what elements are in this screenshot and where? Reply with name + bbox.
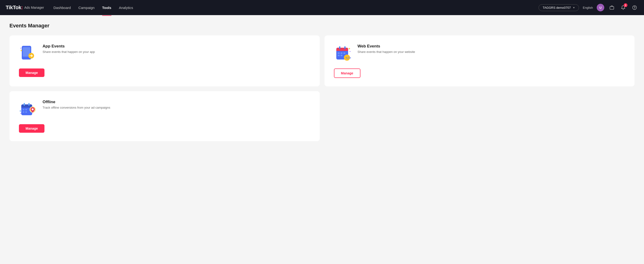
svg-point-5 bbox=[20, 50, 22, 51]
web-events-card: </> Web Events Share events that happen … bbox=[324, 35, 635, 86]
briefcase-icon[interactable] bbox=[608, 4, 616, 11]
svg-point-33 bbox=[20, 113, 21, 114]
web-events-text: Web Events Share events that happen on y… bbox=[358, 44, 415, 54]
empty-cell bbox=[324, 91, 635, 141]
brand-sub: Ads Manager bbox=[24, 6, 44, 9]
svg-rect-11 bbox=[336, 49, 348, 51]
help-icon[interactable] bbox=[631, 4, 638, 11]
offline-card: Offline Track offline conversions from y… bbox=[10, 91, 320, 141]
nav-tools[interactable]: Tools bbox=[102, 5, 112, 11]
offline-icon bbox=[19, 100, 38, 119]
svg-rect-22 bbox=[340, 55, 342, 56]
svg-rect-27 bbox=[28, 103, 30, 106]
page-title: Events Manager bbox=[10, 23, 634, 29]
svg-point-32 bbox=[20, 111, 21, 112]
offline-description: Track offline conversions from your ad c… bbox=[42, 106, 110, 109]
brand-colon: : bbox=[21, 4, 23, 10]
app-events-manage-button[interactable]: Manage bbox=[19, 68, 44, 77]
svg-rect-29 bbox=[25, 109, 27, 110]
app-events-description: Share events that happen on your app bbox=[42, 50, 95, 54]
svg-point-1 bbox=[633, 6, 637, 10]
web-events-manage-button[interactable]: Manage bbox=[334, 68, 360, 78]
app-events-card-inner: App Events Share events that happen on y… bbox=[19, 44, 310, 63]
svg-rect-31 bbox=[25, 112, 27, 113]
brand-name: TikTok: bbox=[6, 4, 23, 11]
web-events-title: Web Events bbox=[358, 44, 415, 49]
svg-rect-12 bbox=[339, 46, 340, 49]
nav-dashboard[interactable]: Dashboard bbox=[54, 5, 71, 11]
chevron-down-icon: ▼ bbox=[572, 6, 575, 9]
cards-grid: App Events Share events that happen on y… bbox=[10, 35, 634, 141]
svg-rect-30 bbox=[23, 112, 24, 113]
app-events-card: App Events Share events that happen on y… bbox=[10, 35, 320, 86]
notification-badge: 1 bbox=[624, 3, 628, 7]
brand-logo[interactable]: TikTok: Ads Manager bbox=[6, 4, 44, 11]
nav-analytics[interactable]: Analytics bbox=[119, 5, 133, 11]
offline-title: Offline bbox=[42, 100, 110, 104]
svg-rect-21 bbox=[338, 55, 340, 56]
svg-rect-18 bbox=[338, 52, 340, 54]
avatar[interactable]: U bbox=[597, 4, 604, 11]
svg-point-15 bbox=[350, 51, 350, 52]
language-selector[interactable]: English bbox=[583, 6, 593, 9]
offline-card-inner: Offline Track offline conversions from y… bbox=[19, 100, 310, 119]
svg-rect-26 bbox=[24, 103, 25, 106]
notifications-icon[interactable]: 1 bbox=[620, 4, 627, 11]
main-content: Events Manager bbox=[0, 15, 644, 149]
svg-point-6 bbox=[20, 48, 21, 49]
app-events-text: App Events Share events that happen on y… bbox=[42, 44, 95, 54]
svg-text:</>: </> bbox=[346, 56, 351, 59]
nav-right: TAGGRS demo0707 ▼ English U 1 bbox=[538, 4, 638, 11]
web-events-card-inner: </> Web Events Share events that happen … bbox=[334, 44, 625, 63]
account-selector[interactable]: TAGGRS demo0707 ▼ bbox=[538, 4, 579, 11]
navbar: TikTok: Ads Manager Dashboard Campaign T… bbox=[0, 0, 644, 15]
offline-manage-button[interactable]: Manage bbox=[19, 124, 44, 133]
offline-text: Offline Track offline conversions from y… bbox=[42, 100, 110, 109]
app-events-icon bbox=[19, 44, 38, 63]
nav-links: Dashboard Campaign Tools Analytics bbox=[54, 5, 538, 11]
web-events-icon: </> bbox=[334, 44, 353, 63]
web-events-description: Share events that happen on your website bbox=[358, 50, 415, 54]
svg-rect-0 bbox=[610, 6, 614, 9]
svg-rect-28 bbox=[23, 109, 24, 110]
svg-rect-13 bbox=[344, 46, 346, 49]
nav-campaign[interactable]: Campaign bbox=[78, 5, 94, 11]
account-name: TAGGRS demo0707 bbox=[542, 6, 571, 9]
svg-point-14 bbox=[348, 48, 350, 49]
svg-point-35 bbox=[32, 108, 34, 110]
app-events-title: App Events bbox=[42, 44, 95, 49]
svg-rect-20 bbox=[344, 52, 345, 54]
svg-rect-19 bbox=[340, 52, 342, 54]
